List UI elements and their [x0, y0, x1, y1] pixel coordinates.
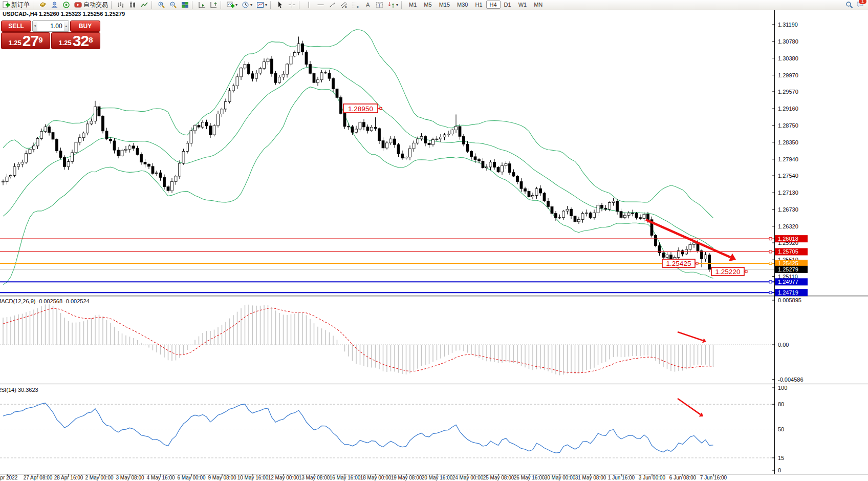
main-price-panel	[2, 30, 715, 285]
fibonacci-tool[interactable]: F	[350, 1, 362, 9]
equidistant-channel-tool[interactable]: E	[338, 1, 350, 9]
annotation-text: 1.25220	[715, 268, 741, 276]
candle	[443, 135, 446, 137]
candle	[144, 162, 146, 164]
timeframe-m1[interactable]: M1	[405, 1, 420, 9]
sell-button[interactable]: SELL	[1, 20, 31, 32]
rsi-axis-label: 80	[778, 401, 784, 407]
candle	[25, 154, 28, 162]
signal-icon	[62, 1, 70, 9]
line-chart-button[interactable]	[139, 1, 150, 9]
bollinger-lower[interactable]	[3, 87, 713, 285]
candle	[420, 136, 423, 139]
timeframe-mn[interactable]: MN	[530, 1, 546, 9]
annotations: 1.289501.254251.25220	[343, 104, 747, 416]
time-label: 19 May 08:00	[391, 475, 422, 480]
candlestick-chart-button[interactable]	[127, 1, 139, 9]
candle	[59, 151, 62, 158]
volume-decrease-button[interactable]: ▾	[33, 21, 37, 31]
time-label: 2 May 00:00	[85, 475, 113, 480]
bar-chart-button[interactable]	[115, 1, 127, 9]
horizontal-line-tool[interactable]	[315, 1, 327, 9]
candle	[378, 129, 381, 141]
candle	[79, 138, 81, 142]
timeframe-m15[interactable]: M15	[436, 1, 453, 9]
volume-increase-button[interactable]: ▴	[64, 21, 69, 31]
candle	[305, 52, 308, 64]
price-tick: 1.30380	[778, 55, 798, 61]
trendline-tool[interactable]	[327, 1, 338, 9]
buy-button[interactable]: BUY	[70, 20, 100, 32]
price-tick: 1.29570	[778, 89, 798, 95]
bid-price[interactable]: 1.25 27 9	[1, 32, 50, 49]
trend-arrow[interactable]	[678, 399, 700, 414]
timeframe-m30[interactable]: M30	[453, 1, 471, 9]
bollinger-upper[interactable]	[3, 30, 713, 218]
candle	[133, 146, 135, 149]
rsi-axis-label: 100	[778, 385, 787, 391]
text-tool[interactable]: A	[362, 1, 374, 9]
crosshair-button[interactable]	[286, 1, 298, 9]
crosshair-icon	[288, 1, 296, 9]
candle	[194, 126, 197, 131]
price-tick: 1.30780	[778, 38, 798, 45]
bollinger-middle[interactable]	[3, 67, 713, 248]
hline-handle[interactable]	[769, 291, 772, 294]
timeframe-m5[interactable]: M5	[420, 1, 435, 9]
candle	[67, 161, 70, 166]
rsi-axis-label: 0	[778, 467, 781, 473]
candle	[320, 73, 323, 80]
time-label: 13 May 08:00	[299, 475, 330, 480]
auto-scroll-button[interactable]	[196, 1, 208, 9]
new-order-button[interactable]: 新订单	[0, 1, 32, 9]
text-icon: A	[364, 1, 372, 9]
chart-shift-button[interactable]	[208, 1, 220, 9]
contacts-button[interactable]	[49, 1, 60, 9]
candle	[33, 146, 35, 149]
add-indicator-button[interactable]: ▾	[225, 1, 240, 9]
candle	[371, 127, 373, 131]
candle	[409, 149, 411, 157]
candle	[366, 127, 369, 131]
zoom-in-button[interactable]	[156, 1, 167, 9]
candle	[29, 149, 31, 153]
hline-handle[interactable]	[769, 238, 772, 240]
price-tick: 1.31190	[778, 22, 798, 28]
candle	[328, 73, 331, 78]
trend-arrow[interactable]	[678, 332, 703, 341]
signal-button[interactable]	[60, 1, 72, 9]
volume-input[interactable]	[37, 21, 63, 31]
tile-windows-button[interactable]	[179, 1, 191, 9]
candle	[340, 97, 342, 113]
candle	[562, 211, 565, 218]
search-icon[interactable]	[845, 1, 853, 9]
zoom-out-button[interactable]	[167, 1, 179, 9]
market-depth-icon	[39, 1, 47, 9]
line-chart-icon	[141, 1, 148, 9]
autotrade-button[interactable]: 自动交易	[72, 1, 110, 9]
chart-canvas[interactable]: 1.311901.307801.303801.299701.295701.291…	[0, 0, 868, 481]
separator	[270, 1, 273, 9]
candle	[639, 218, 642, 219]
timeframe-h4[interactable]: H4	[486, 1, 501, 9]
candle	[98, 107, 100, 116]
timeframe-d1[interactable]: D1	[501, 1, 515, 9]
vertical-line-tool[interactable]	[303, 1, 315, 9]
price-axis: 1.311901.307801.303801.299701.295701.291…	[772, 22, 808, 296]
hline-handle[interactable]	[769, 262, 772, 265]
candle	[6, 177, 8, 181]
timeframe-h1[interactable]: H1	[471, 1, 486, 9]
candle	[689, 244, 691, 249]
text-label-tool[interactable]: T	[374, 1, 385, 9]
notifications-button[interactable]: 1	[856, 1, 864, 10]
hline-handle[interactable]	[769, 250, 772, 253]
arrows-tool[interactable]: ▾	[385, 1, 400, 9]
template-button[interactable]: ▾	[254, 1, 269, 9]
market-depth-button[interactable]	[37, 1, 49, 9]
timeframe-w1[interactable]: W1	[515, 1, 531, 9]
period-button[interactable]: ▾	[240, 1, 254, 9]
hline-handle[interactable]	[769, 281, 772, 283]
cursor-button[interactable]	[274, 1, 286, 9]
ask-price[interactable]: 1.25 32 8	[51, 32, 100, 49]
cursor-icon	[276, 1, 284, 9]
